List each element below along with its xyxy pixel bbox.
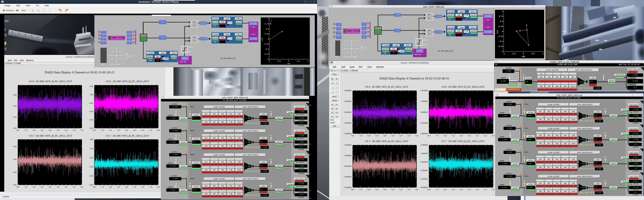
svg-text:0: 0 bbox=[523, 53, 524, 55]
svg-text:1: 1 bbox=[268, 18, 269, 20]
svg-text:YAW: YAW bbox=[522, 56, 525, 58]
svg-text:0.75: 0.75 bbox=[265, 23, 269, 25]
svg-text:-0.5: -0.5 bbox=[265, 48, 269, 50]
svg-text:0: 0 bbox=[268, 38, 269, 40]
svg-text:-0.25: -0.25 bbox=[264, 43, 269, 45]
svg-text:-0.25: -0.25 bbox=[498, 36, 503, 38]
svg-text:0.5: 0.5 bbox=[266, 28, 269, 30]
svg-text:-0.5: -0.5 bbox=[499, 41, 503, 43]
svg-text:-0.75: -0.75 bbox=[264, 53, 269, 55]
svg-text:1: 1 bbox=[502, 11, 503, 13]
svg-text:0.25: 0.25 bbox=[265, 33, 269, 35]
svg-text:YAW: YAW bbox=[287, 63, 290, 65]
svg-text:PIT: PIT bbox=[262, 38, 263, 41]
svg-text:0.25: 0.25 bbox=[499, 26, 503, 28]
svg-text:-1: -1 bbox=[503, 53, 505, 55]
svg-text:1: 1 bbox=[542, 53, 544, 55]
svg-text:0.5: 0.5 bbox=[500, 21, 503, 23]
svg-text:-0.5: -0.5 bbox=[277, 60, 281, 62]
svg-text:0.5: 0.5 bbox=[297, 60, 300, 62]
svg-text:-1: -1 bbox=[267, 58, 269, 60]
svg-text:-1: -1 bbox=[501, 51, 503, 53]
svg-text:0.5: 0.5 bbox=[532, 53, 535, 55]
svg-text:-1: -1 bbox=[268, 60, 270, 62]
svg-text:-0.75: -0.75 bbox=[498, 46, 503, 48]
svg-text:-0.5: -0.5 bbox=[512, 53, 516, 55]
svg-text:PIT: PIT bbox=[497, 30, 499, 33]
svg-text:0.75: 0.75 bbox=[499, 16, 503, 18]
svg-text:0: 0 bbox=[288, 60, 289, 62]
svg-text:1: 1 bbox=[308, 60, 308, 62]
svg-text:0: 0 bbox=[502, 31, 503, 33]
